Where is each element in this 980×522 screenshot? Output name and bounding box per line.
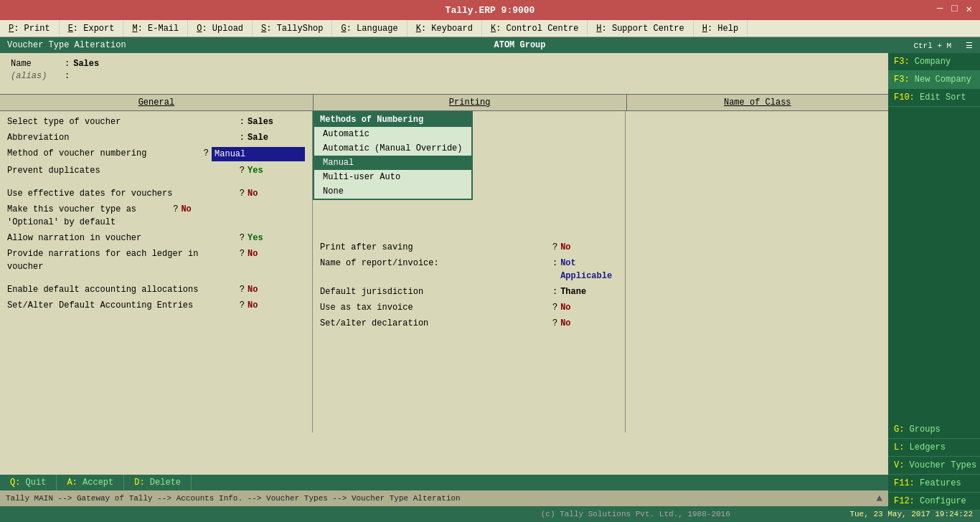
- dropdown-item-multiuser[interactable]: Multi-user Auto: [314, 170, 471, 184]
- f12-configure-button[interactable]: F12: Configure: [888, 493, 980, 511]
- field-narrations-ledger: Provide narrations for each ledger in vo…: [7, 247, 305, 273]
- top-status-bar: Voucher Type Alteration ATOM Group Ctrl …: [0, 37, 980, 53]
- field-default-jurisdiction: Default jurisdiction : Thane: [320, 285, 618, 298]
- menu-export[interactable]: E: Export: [60, 20, 124, 37]
- name-of-class-column: [626, 111, 888, 432]
- menu-tallyshop[interactable]: S: TallyShop: [253, 20, 332, 37]
- field-set-declaration: Set/alter declaration ? No: [320, 317, 618, 330]
- section-headers: General Printing Name of Class: [0, 94, 888, 111]
- right-sidebar: F3: Company F3: New Company F10: Edit So…: [888, 53, 980, 475]
- field-optional-default: Make this voucher type as 'Optional' by …: [7, 203, 305, 229]
- field-allow-narration: Allow narration in voucher ? Yes: [7, 232, 305, 245]
- voucher-type-label: Voucher Type Alteration: [0, 40, 133, 50]
- menu-language[interactable]: G: Language: [332, 20, 407, 37]
- sidebar-f3-new-company[interactable]: F3: New Company: [888, 71, 980, 89]
- title-bar: Tally.ERP 9:9000 ─ □ ✕: [0, 0, 980, 20]
- field-abbreviation: Abbreviation : Sale: [7, 131, 305, 144]
- menu-email[interactable]: M: E-Mail: [123, 20, 188, 37]
- menu-support-centre[interactable]: H: Support Centre: [588, 20, 693, 37]
- menu-bar: P: Print E: Export M: E-Mail O: Upload S…: [0, 20, 980, 37]
- delete-button[interactable]: D: Delete: [124, 475, 192, 490]
- general-header: General: [0, 95, 314, 110]
- menu-print[interactable]: P: Print: [0, 20, 60, 37]
- accept-button[interactable]: A: Accept: [57, 475, 124, 490]
- f11-features-button[interactable]: F11: Features: [888, 475, 980, 493]
- maximize-button[interactable]: □: [949, 3, 959, 15]
- field-effective-dates: Use effective dates for vouchers ? No: [7, 187, 305, 200]
- scroll-up-icon[interactable]: ▲: [877, 493, 882, 504]
- sidebar-l-ledgers[interactable]: L: Ledgers: [888, 439, 980, 457]
- bottom-status-bar: (c) Tally Solutions Pvt. Ltd., 1988-2016…: [0, 506, 980, 522]
- close-button[interactable]: ✕: [964, 3, 974, 15]
- quit-button[interactable]: Q: Quit: [0, 475, 57, 490]
- content-columns: Select type of voucher : Sales Abbreviat…: [0, 111, 888, 432]
- field-method-numbering[interactable]: Method of voucher numbering ? Manual: [7, 147, 305, 161]
- dropdown-title: Methods of Numbering: [314, 113, 471, 127]
- field-alter-accounting: Set/Alter Default Accounting Entries ? N…: [7, 299, 305, 312]
- ctrl-m-label: Ctrl + M ☰: [906, 41, 980, 50]
- sidebar-v-voucher-types[interactable]: V: Voucher Types: [888, 457, 980, 475]
- field-print-after-saving: Print after saving ? No: [320, 241, 618, 254]
- breadcrumb-bar: Tally MAIN --> Gateway of Tally --> Acco…: [0, 490, 888, 506]
- content-area: Name : Sales (alias) : General Printing …: [0, 53, 888, 475]
- breadcrumb-text: Tally MAIN --> Gateway of Tally --> Acco…: [6, 494, 461, 503]
- methods-numbering-dropdown[interactable]: Methods of Numbering Automatic Automatic…: [313, 111, 472, 200]
- dropdown-item-automatic[interactable]: Automatic: [314, 127, 471, 141]
- company-name: ATOM Group: [133, 40, 907, 50]
- status-copyright: (c) Tally Solutions Pvt. Ltd., 1988-2016: [428, 510, 842, 518]
- dropdown-item-auto-manual[interactable]: Automatic (Manual Override): [314, 141, 471, 156]
- sidebar-f3-company[interactable]: F3: Company: [888, 53, 980, 71]
- dropdown-item-manual[interactable]: Manual: [314, 156, 471, 170]
- name-label: Name: [11, 59, 61, 69]
- menu-keyboard[interactable]: K: Keyboard: [407, 20, 482, 37]
- method-numbering-input[interactable]: Manual: [212, 147, 305, 161]
- menu-upload[interactable]: O: Upload: [188, 20, 253, 37]
- field-default-accounting: Enable default accounting allocations ? …: [7, 283, 305, 296]
- printing-header: Printing: [314, 95, 627, 110]
- menu-control-centre[interactable]: K: Control Centre: [482, 20, 588, 37]
- app-title: Tally.ERP 9:9000: [446, 5, 535, 16]
- general-column: Select type of voucher : Sales Abbreviat…: [0, 111, 313, 432]
- alias-label: (alias): [11, 71, 61, 81]
- field-voucher-type: Select type of voucher : Sales: [7, 115, 305, 128]
- field-tax-invoice: Use as tax invoice ? No: [320, 301, 618, 314]
- sidebar-g-groups[interactable]: G: Groups: [888, 421, 980, 439]
- dropdown-item-none[interactable]: None: [314, 184, 471, 199]
- sidebar-f10-edit-sort[interactable]: F10: Edit Sort: [888, 89, 980, 107]
- form-header: Name : Sales (alias) :: [0, 53, 888, 87]
- printing-column: Methods of Numbering Automatic Automatic…: [313, 111, 626, 432]
- field-prevent-duplicates: Prevent duplicates ? Yes: [7, 164, 305, 177]
- bottom-action-bar: Q: Quit A: Accept D: Delete: [0, 475, 888, 490]
- window-controls[interactable]: ─ □ ✕: [935, 3, 974, 15]
- field-name-report: Name of report/invoice: : Not Applicable: [320, 257, 618, 283]
- name-value: Sales: [73, 59, 99, 69]
- name-of-class-header: Name of Class: [627, 95, 888, 110]
- minimize-button[interactable]: ─: [935, 3, 945, 15]
- menu-help[interactable]: H: Help: [694, 20, 748, 37]
- status-datetime: Tue, 23 May, 2017 19:24:22: [842, 510, 980, 518]
